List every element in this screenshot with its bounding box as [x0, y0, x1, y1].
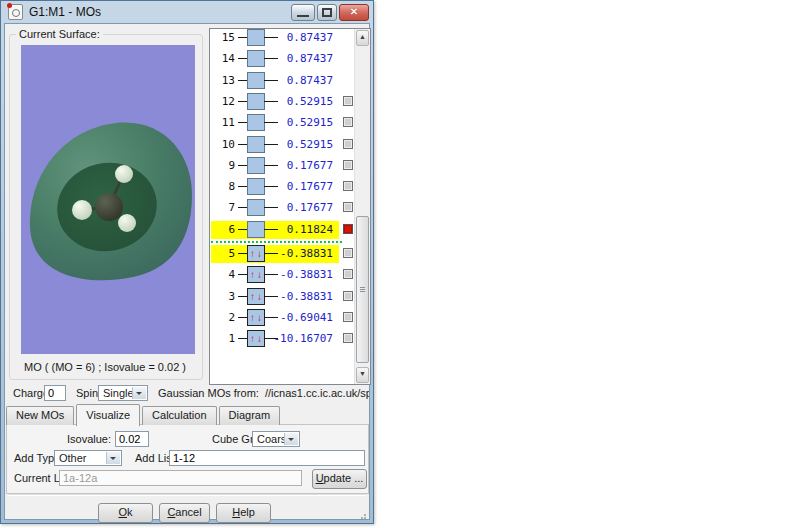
mo-level-box[interactable] [247, 199, 265, 216]
mo-level-box[interactable]: ↑↓ [247, 288, 265, 305]
level-line [238, 58, 247, 59]
tab-diagram[interactable]: Diagram [219, 406, 281, 425]
mo-level-box[interactable] [247, 114, 265, 131]
spin-up-arrow: ↑ [249, 268, 256, 281]
mo-row-4[interactable]: 4↑↓-0.38831 [211, 266, 353, 284]
mo-level-box[interactable]: ↑↓ [247, 330, 265, 347]
mo-checkbox[interactable] [343, 202, 353, 212]
mo-level-box[interactable] [247, 178, 265, 195]
homo-lumo-divider [211, 241, 342, 243]
mo-checkbox[interactable] [343, 96, 353, 106]
tab-calculation[interactable]: Calculation [142, 406, 216, 425]
mo-row-9[interactable]: 90.17677 [211, 157, 353, 175]
mo-row-1[interactable]: 1↑↓-10.16707 [211, 330, 353, 348]
resize-grip-icon[interactable] [358, 511, 366, 519]
mo-checkbox[interactable] [343, 291, 353, 301]
maximize-button[interactable] [317, 4, 337, 21]
tab-visualize[interactable]: Visualize [76, 404, 140, 426]
mo-index: 2 [211, 311, 235, 324]
mo-index: 6 [211, 223, 235, 236]
mo-row-13[interactable]: 130.87437 [211, 72, 353, 90]
cancel-button[interactable]: Cancel [159, 503, 210, 523]
source-path: //icnas1.cc.ic.ac.uk/spk15/1styearla [265, 387, 369, 399]
carbon-atom [95, 193, 123, 221]
hydrogen-atom [72, 200, 92, 220]
mo-level-box[interactable] [247, 29, 265, 46]
mo-rows-container: 150.87437140.87437130.87437120.52915110.… [210, 29, 355, 384]
mo-level-box[interactable] [247, 136, 265, 153]
titlebar[interactable]: G1:M1 - MOs [1, 1, 373, 23]
mo-row-14[interactable]: 140.87437 [211, 50, 353, 68]
level-line [238, 101, 247, 102]
mo-checkbox[interactable] [343, 224, 353, 234]
level-line [238, 317, 247, 318]
scrollbar-thumb[interactable] [356, 216, 369, 363]
spin-up-arrow: ↑ [249, 290, 256, 303]
mo-row-6[interactable]: 60.11824 [211, 221, 353, 239]
mo-row-15[interactable]: 150.87437 [211, 29, 353, 47]
mo-index: 1 [211, 332, 235, 345]
help-button[interactable]: Help [216, 503, 271, 523]
mo-checkbox[interactable] [343, 181, 353, 191]
scroll-up-icon[interactable]: ▲ [356, 30, 369, 46]
mo-row-11[interactable]: 110.52915 [211, 114, 353, 132]
ok-button[interactable]: Ok [98, 503, 153, 523]
isovalue-input[interactable] [115, 431, 149, 447]
gaussian-source-text: Gaussian MOs from: //icnas1.cc.ic.ac.uk/… [158, 387, 369, 399]
mo-energy: 0.17677 [269, 201, 333, 214]
mo-level-box[interactable] [247, 93, 265, 110]
add-type-select[interactable]: Other [54, 450, 122, 466]
mo-list: 150.87437140.87437130.87437120.52915110.… [209, 28, 371, 385]
mo-index: 5 [211, 247, 235, 260]
mo-row-8[interactable]: 80.17677 [211, 178, 353, 196]
mo-checkbox[interactable] [343, 269, 353, 279]
update-button[interactable]: Update ... [312, 469, 367, 489]
spin-select[interactable]: Singlet [98, 385, 148, 401]
mo-row-7[interactable]: 70.17677 [211, 199, 353, 217]
mo-level-box[interactable] [247, 50, 265, 67]
level-line [238, 338, 247, 339]
chevron-down-icon [132, 387, 146, 399]
footer-separator [8, 494, 366, 496]
charge-input[interactable] [44, 385, 66, 401]
spin-up-arrow: ↑ [249, 332, 256, 345]
spin-down-arrow: ↓ [256, 268, 263, 281]
close-button[interactable] [339, 4, 369, 21]
isovalue-label: Isovalue: [47, 433, 111, 445]
mo-level-box[interactable]: ↑↓ [247, 309, 265, 326]
mo-row-2[interactable]: 2↑↓-0.69041 [211, 309, 353, 327]
mo-level-box[interactable] [247, 157, 265, 174]
mo-checkbox[interactable] [343, 117, 353, 127]
charge-spin-row: Charge: Spin: Singlet Gaussian MOs from:… [5, 385, 369, 403]
mo-row-12[interactable]: 120.52915 [211, 93, 353, 111]
mo-checkbox[interactable] [343, 333, 353, 343]
mo-energy: 0.17677 [269, 180, 333, 193]
mo-row-3[interactable]: 3↑↓-0.38831 [211, 288, 353, 306]
scroll-down-icon[interactable]: ▼ [356, 367, 369, 383]
surface-3d-viewport[interactable] [21, 45, 195, 354]
mo-energy: 0.87437 [269, 31, 333, 44]
level-line [238, 296, 247, 297]
add-list-input[interactable] [169, 450, 365, 466]
mo-level-box[interactable] [247, 72, 265, 89]
mo-level-box[interactable] [247, 221, 265, 238]
mo-energy: 0.17677 [269, 159, 333, 172]
mo-energy: -0.69041 [269, 311, 333, 324]
mo-row-10[interactable]: 100.52915 [211, 136, 353, 154]
mo-level-box[interactable]: ↑↓ [247, 266, 265, 283]
mo-level-box[interactable]: ↑↓ [247, 245, 265, 262]
tab-new-mos[interactable]: New MOs [6, 406, 74, 425]
cube-grid-select[interactable]: Coarse [252, 431, 300, 447]
mo-checkbox[interactable] [343, 160, 353, 170]
mo-list-scrollbar[interactable]: ▲ ▼ [354, 29, 370, 384]
mo-row-5[interactable]: 5↑↓-0.38831 [211, 245, 353, 263]
mo-checkbox[interactable] [343, 139, 353, 149]
mo-checkbox[interactable] [343, 248, 353, 258]
level-line [238, 80, 247, 81]
tab-bar: New MOs Visualize Calculation Diagram [6, 403, 282, 425]
ok-button-label: Ok [118, 504, 132, 520]
mo-index: 11 [211, 116, 235, 129]
mo-checkbox[interactable] [343, 312, 353, 322]
minimize-button[interactable] [291, 4, 315, 21]
hydrogen-atom [115, 165, 133, 183]
